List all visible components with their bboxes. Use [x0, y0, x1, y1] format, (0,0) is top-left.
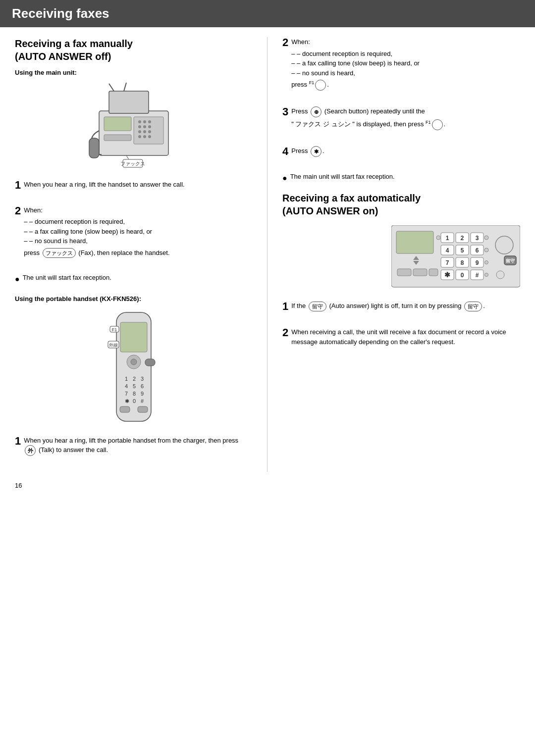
right-column: 2 When: – document reception is required…: [268, 37, 520, 472]
svg-point-30: [131, 359, 137, 365]
svg-text:8: 8: [133, 391, 136, 397]
svg-text:7: 7: [446, 259, 449, 266]
svg-rect-4: [104, 117, 131, 131]
svg-text:#: #: [141, 398, 144, 404]
right-step-number-3: 3: [282, 106, 288, 117]
svg-point-17: [148, 135, 151, 138]
svg-text:5: 5: [133, 383, 136, 389]
svg-point-12: [138, 130, 141, 133]
svg-text:8: 8: [461, 259, 464, 266]
svg-point-6: [138, 120, 141, 123]
svg-text:ファックス: ファックス: [120, 161, 145, 166]
svg-point-15: [138, 135, 141, 138]
star-button[interactable]: ✱: [311, 146, 321, 157]
svg-rect-82: [397, 269, 411, 276]
step2-list: – document reception is required, – a fa…: [24, 217, 252, 246]
step2-press-line: press ファックス (Fax), then replace the hand…: [24, 248, 252, 258]
bullet-fax-reception: ● The unit will start fax reception.: [15, 274, 252, 285]
svg-text:7: 7: [125, 391, 128, 397]
step1-text: When you hear a ring, lift the handset t…: [24, 180, 252, 190]
svg-rect-44: [120, 406, 130, 412]
auto-step1: 1 If the 留守 (Auto answer) light is off, …: [282, 301, 520, 320]
svg-rect-47: [396, 231, 433, 253]
fax-button[interactable]: ファックス: [43, 248, 76, 258]
talk-button[interactable]: 外線: [25, 445, 36, 456]
step2-when: When:: [24, 205, 252, 215]
right-step4: 4 Press ✱.: [282, 146, 520, 166]
right-step3: 3 Press ⊕ (Search button) repeatedly unt…: [282, 106, 520, 139]
main-unit-heading: Using the main unit:: [15, 69, 252, 76]
svg-point-66: [484, 248, 488, 252]
auto-step2-text: When receiving a call, the unit will rec…: [291, 327, 520, 347]
svg-text:#: #: [476, 272, 479, 279]
portable-handset-heading: Using the portable handset (KX-FKN526):: [15, 295, 252, 302]
right-step-number-2: 2: [282, 37, 288, 48]
svg-point-73: [485, 261, 488, 264]
svg-point-59: [495, 236, 513, 254]
step2-item-1: – document reception is required,: [24, 217, 252, 227]
svg-text:1: 1: [125, 376, 128, 382]
svg-rect-83: [413, 269, 427, 276]
svg-point-58: [484, 236, 488, 240]
auto-step-number-1: 1: [282, 301, 288, 312]
page-header: Receiving faxes: [0, 0, 535, 27]
svg-text:6: 6: [141, 383, 144, 389]
svg-point-80: [485, 273, 488, 277]
svg-line-22: [126, 155, 129, 159]
svg-text:9: 9: [141, 391, 144, 397]
left-section-title: Receiving a fax manually(AUTO ANSWER off…: [15, 37, 252, 63]
svg-text:2: 2: [461, 235, 464, 242]
svg-line-3: [124, 83, 126, 91]
right-step3-display: " ファクス ジ ュシン " is displayed, then press …: [291, 119, 520, 130]
svg-point-10: [143, 125, 146, 128]
step2-item-2: – a fax calling tone (slow beep) is hear…: [24, 227, 252, 237]
portable-handset-section: Using the portable handset (KX-FKN526): …: [15, 295, 252, 465]
keypad-panel-illustration: light on 留守: [282, 225, 520, 291]
svg-text:留守: 留守: [506, 258, 515, 263]
svg-point-11: [148, 125, 151, 128]
handset-illustration: F1 外線 1 2 3 4 5 6 7 8: [15, 307, 252, 428]
fax-machine-illustration: ファックス: [15, 81, 252, 172]
right-section-top: 2 When: – document reception is required…: [282, 37, 520, 184]
svg-text:F1: F1: [111, 327, 117, 332]
svg-text:4: 4: [125, 383, 128, 389]
svg-rect-1: [109, 91, 149, 113]
svg-text:4: 4: [446, 247, 449, 254]
step1-main-unit: 1 When you hear a ring, lift the handset…: [15, 180, 252, 199]
right-bullet-reception: ● The main unit will start fax reception…: [282, 173, 520, 184]
svg-line-2: [109, 84, 114, 91]
page-number: 16: [15, 482, 22, 489]
step1-portable-text: When you hear a ring, lift the portable …: [24, 436, 252, 456]
step-number-1: 1: [15, 180, 21, 191]
svg-text:✱: ✱: [125, 398, 129, 404]
svg-rect-84: [429, 269, 438, 276]
svg-point-16: [143, 135, 146, 138]
left-column: Receiving a fax manually(AUTO ANSWER off…: [15, 37, 268, 472]
svg-point-8: [148, 120, 151, 123]
svg-text:3: 3: [476, 235, 479, 242]
right-step2-when: When:: [291, 37, 520, 47]
svg-text:✱: ✱: [444, 271, 450, 279]
svg-point-9: [138, 125, 141, 128]
right-step3-text: Press ⊕ (Search button) repeatedly until…: [291, 106, 520, 117]
right-step2-list: – document reception is required, – a fa…: [291, 49, 520, 78]
f1-button-right[interactable]: [315, 80, 326, 91]
svg-text:9: 9: [476, 259, 479, 266]
right-step2-item-3: – no sound is heard,: [291, 68, 520, 78]
search-button[interactable]: ⊕: [311, 106, 321, 117]
auto-step2: 2 When receiving a call, the unit will r…: [282, 327, 520, 355]
auto-step-number-2: 2: [282, 327, 288, 338]
f1-button-step3[interactable]: [432, 119, 443, 130]
step-number-portable-1: 1: [15, 436, 21, 447]
right-step2-item-2: – a fax calling tone (slow beep) is hear…: [291, 58, 520, 68]
svg-point-50: [436, 236, 440, 240]
svg-text:5: 5: [461, 247, 464, 254]
right-step2-item-1: – document reception is required,: [291, 49, 520, 59]
auto-answer-title: Receiving a fax automatically(AUTO ANSWE…: [282, 192, 520, 217]
right-step4-text: Press ✱.: [291, 146, 520, 157]
svg-text:3: 3: [141, 376, 144, 382]
svg-rect-19: [89, 138, 99, 158]
留守-button-pressing[interactable]: 留守: [464, 302, 482, 312]
留守-button-inline[interactable]: 留守: [309, 302, 326, 312]
right-step2: 2 When: – document reception is required…: [282, 37, 520, 100]
